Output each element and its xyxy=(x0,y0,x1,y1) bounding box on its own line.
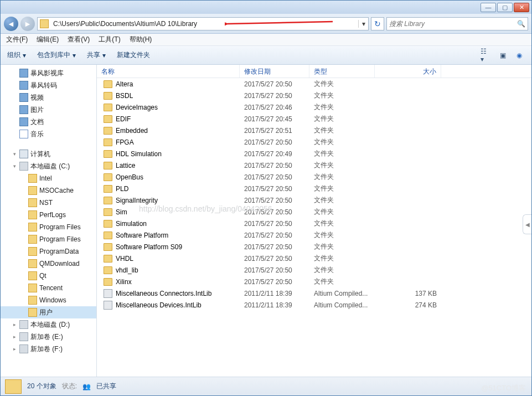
search-input[interactable] xyxy=(389,20,517,28)
organize-button[interactable]: 组织 ▾ xyxy=(7,50,26,60)
new-folder-button[interactable]: 新建文件夹 xyxy=(117,50,150,60)
file-type: 文件夹 xyxy=(309,265,375,275)
navigation-tree[interactable]: 暴风影视库暴风转码视频图片文档音乐▾计算机▾本地磁盘 (C:)IntelMSOC… xyxy=(1,65,97,377)
address-bar[interactable]: C:\Users\Public\Documents\Altium\AD 10\L… xyxy=(37,17,369,30)
file-row[interactable]: Software Platform S092017/5/27 20:50文件夹 xyxy=(97,241,531,253)
tree-item[interactable]: 文档 xyxy=(1,116,96,128)
file-row[interactable]: Miscellaneous Connectors.IntLib2011/2/11… xyxy=(97,287,531,299)
tree-item[interactable]: PerfLogs xyxy=(1,209,96,221)
column-date[interactable]: 修改日期 xyxy=(240,65,309,78)
tree-item[interactable]: ▾计算机 xyxy=(1,148,96,160)
file-row[interactable]: HDL Simulation2017/5/27 20:49文件夹 xyxy=(97,148,531,160)
file-row[interactable]: OpenBus2017/5/27 20:50文件夹 xyxy=(97,171,531,183)
file-list[interactable]: 名称 修改日期 类型 大小 Altera2017/5/27 20:50文件夹BS… xyxy=(97,65,531,377)
tree-node-icon xyxy=(28,296,37,305)
file-row[interactable]: Sim2017/5/27 20:50文件夹 xyxy=(97,206,531,218)
back-button[interactable]: ◄ xyxy=(4,17,18,31)
file-type: 文件夹 xyxy=(309,230,375,240)
view-options-button[interactable]: ☷ ▾ xyxy=(481,50,492,61)
menu-view[interactable]: 查看(V) xyxy=(68,35,90,44)
file-row[interactable]: Simulation2017/5/27 20:50文件夹 xyxy=(97,218,531,229)
tree-item[interactable]: Intel xyxy=(1,172,96,184)
file-row[interactable]: vhdl_lib2017/5/27 20:50文件夹 xyxy=(97,264,531,276)
file-date: 2017/5/27 20:50 xyxy=(240,80,309,88)
tree-node-icon xyxy=(19,105,28,114)
tree-item[interactable]: Program Files xyxy=(1,233,96,245)
tree-item[interactable]: ▸新加卷 (E:) xyxy=(1,331,96,343)
search-box[interactable]: 🔍 xyxy=(386,17,528,30)
file-row[interactable]: Xilinx2017/5/27 20:50文件夹 xyxy=(97,276,531,287)
file-date: 2017/5/27 20:46 xyxy=(240,104,309,111)
tree-item[interactable]: ▸新加卷 (F:) xyxy=(1,343,96,355)
file-row[interactable]: Altera2017/5/27 20:50文件夹 xyxy=(97,78,531,90)
minimize-button[interactable]: — xyxy=(481,3,496,12)
share-button[interactable]: 共享 ▾ xyxy=(87,50,106,60)
refresh-button[interactable]: ↻ xyxy=(371,17,384,30)
search-icon[interactable]: 🔍 xyxy=(517,20,525,28)
body-area: 暴风影视库暴风转码视频图片文档音乐▾计算机▾本地磁盘 (C:)IntelMSOC… xyxy=(1,65,531,377)
tree-item[interactable]: NST xyxy=(1,197,96,209)
tree-item[interactable]: ProgramData xyxy=(1,245,96,258)
folder-icon xyxy=(104,266,112,274)
tree-item[interactable]: QMDownload xyxy=(1,258,96,270)
file-name: DeviceImages xyxy=(116,104,158,111)
people-icon: 👥 xyxy=(82,383,91,390)
tree-item[interactable]: Tencent xyxy=(1,282,96,294)
column-size[interactable]: 大小 xyxy=(375,65,441,78)
address-dropdown[interactable]: ▾ xyxy=(358,20,368,28)
tree-item[interactable]: 暴风影视库 xyxy=(1,67,96,79)
tree-item[interactable]: MSOCache xyxy=(1,184,96,197)
menu-edit[interactable]: 编辑(E) xyxy=(37,35,59,44)
tree-item[interactable]: Program Files xyxy=(1,221,96,233)
expand-arrow-icon[interactable]: ▾ xyxy=(12,163,17,169)
file-name: Miscellaneous Connectors.IntLib xyxy=(116,290,211,297)
tree-item[interactable]: ▾本地磁盘 (C:) xyxy=(1,160,96,172)
library-file-icon xyxy=(104,289,112,298)
tree-item[interactable]: 暴风转码 xyxy=(1,79,96,91)
expand-arrow-icon[interactable]: ▸ xyxy=(12,322,17,327)
file-row[interactable]: VHDL2017/5/27 20:50文件夹 xyxy=(97,253,531,264)
file-row[interactable]: DeviceImages2017/5/27 20:46文件夹 xyxy=(97,101,531,113)
expand-arrow-icon[interactable]: ▾ xyxy=(12,151,17,157)
file-row[interactable]: FPGA2017/5/27 20:50文件夹 xyxy=(97,136,531,148)
file-date: 2017/5/27 20:50 xyxy=(240,208,309,216)
file-row[interactable]: BSDL2017/5/27 20:50文件夹 xyxy=(97,90,531,101)
file-type: 文件夹 xyxy=(309,114,375,124)
expand-arrow-icon[interactable]: ▸ xyxy=(12,334,17,340)
side-tab[interactable]: ◀ xyxy=(523,214,531,234)
preview-pane-button[interactable]: ▣ xyxy=(497,50,508,61)
tree-item[interactable]: 视频 xyxy=(1,91,96,104)
file-row[interactable]: EDIF2017/5/27 20:45文件夹 xyxy=(97,113,531,125)
column-name[interactable]: 名称 xyxy=(97,65,240,78)
file-row[interactable]: SignalIntegrity2017/5/27 20:50文件夹 xyxy=(97,194,531,206)
tree-item[interactable]: Qt xyxy=(1,270,96,282)
menu-help[interactable]: 帮助(H) xyxy=(130,35,152,44)
column-type[interactable]: 类型 xyxy=(309,65,375,78)
tree-node-icon xyxy=(28,174,37,183)
tree-item[interactable]: 用户 xyxy=(1,306,96,318)
address-text[interactable]: C:\Users\Public\Documents\Altium\AD 10\L… xyxy=(51,20,358,28)
menu-tools[interactable]: 工具(T) xyxy=(99,35,120,44)
expand-arrow-icon[interactable]: ▸ xyxy=(12,346,17,352)
menu-file[interactable]: 文件(F) xyxy=(6,35,28,44)
file-name: SignalIntegrity xyxy=(116,197,158,204)
include-in-library-button[interactable]: 包含到库中 ▾ xyxy=(37,50,76,60)
help-button[interactable]: ◉ xyxy=(514,50,525,61)
maximize-button[interactable]: ▢ xyxy=(497,3,513,12)
file-row[interactable]: Miscellaneous Devices.IntLib2011/2/11 18… xyxy=(97,299,531,311)
tree-item[interactable]: Windows xyxy=(1,294,96,306)
forward-button[interactable]: ► xyxy=(20,17,35,31)
file-row[interactable]: Embedded2017/5/27 20:51文件夹 xyxy=(97,125,531,136)
file-date: 2017/5/27 20:50 xyxy=(240,185,309,193)
tree-item[interactable]: ▸本地磁盘 (D:) xyxy=(1,318,96,331)
tree-node-icon xyxy=(19,344,28,353)
file-row[interactable]: PLD2017/5/27 20:50文件夹 xyxy=(97,183,531,194)
folder-icon xyxy=(104,243,112,251)
file-row[interactable]: Software Platform2017/5/27 20:50文件夹 xyxy=(97,229,531,241)
file-row[interactable]: Lattice2017/5/27 20:50文件夹 xyxy=(97,160,531,171)
column-headers[interactable]: 名称 修改日期 类型 大小 xyxy=(97,65,531,78)
tree-item[interactable]: 音乐 xyxy=(1,128,96,140)
close-button[interactable]: ✕ xyxy=(514,3,529,12)
folder-icon xyxy=(104,80,112,88)
tree-item[interactable]: 图片 xyxy=(1,104,96,116)
